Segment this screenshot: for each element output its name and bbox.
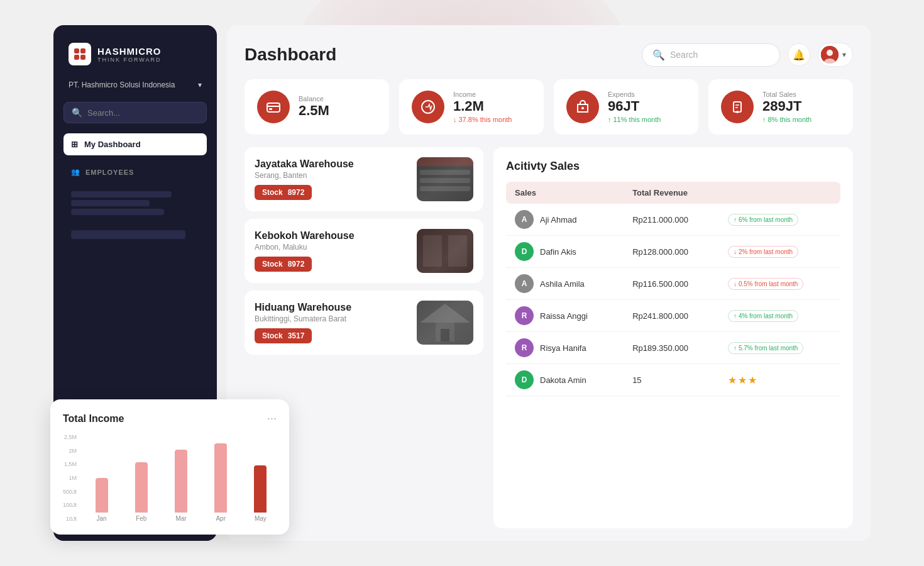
svg-rect-7: [267, 103, 280, 112]
balance-value: 2.5M: [299, 103, 329, 119]
activity-title: Acitivty Sales: [506, 160, 840, 173]
warehouse-name-0: Jayataka Warehouse: [255, 158, 408, 170]
stock-value-2: 3517: [288, 331, 305, 340]
svg-point-12: [736, 111, 739, 113]
warehouse-info-2: Hiduang Warehouse Bukittinggi, Sumatera …: [255, 302, 408, 343]
warehouse-card-0: Jayataka Warehouse Serang, Banten Stock …: [245, 147, 483, 211]
bar-group: Jan: [85, 478, 118, 522]
income-change: ↓ 37.8% this month: [453, 116, 512, 123]
warehouse-loc-0: Serang, Banten: [255, 171, 408, 180]
table-row: A Aji Ahmad Rp211.000.000 ↑ 6% from last…: [506, 204, 840, 236]
balance-info: Balance 2.5M: [299, 95, 329, 119]
totalsales-value: 289JT: [762, 98, 811, 114]
chevron-down-icon: ▾: [842, 50, 846, 59]
person-avatar: D: [515, 370, 534, 389]
section-label-text: EMPLOYEES: [85, 169, 134, 176]
expends-icon: [566, 91, 599, 123]
bar-group: May: [245, 465, 277, 522]
brand-tagline: THINK FORWARD: [97, 57, 162, 63]
more-options-button[interactable]: ···: [267, 412, 277, 425]
svg-rect-11: [734, 102, 741, 112]
person-name: Dakota Amin: [540, 375, 586, 385]
revenue-cell: Rp241.800.000: [624, 300, 719, 332]
main-content: Dashboard 🔍 🔔: [227, 25, 871, 541]
change-cell: ↑ 5.7% from last month: [719, 332, 840, 364]
stat-card-balance: Balance 2.5M: [245, 79, 389, 135]
warehouse-loc-2: Bukittinggi, Sumatera Barat: [255, 314, 408, 323]
arrow-up-icon-2: ↑: [762, 116, 766, 123]
warehouse-name-1: Kebokoh Warehouse: [255, 230, 408, 241]
warehouse-img-0: [417, 157, 473, 201]
activity-panel: Acitivty Sales Sales Total Revenue A Aji…: [493, 147, 853, 528]
person-name: Raissa Anggi: [540, 311, 588, 321]
person-cell: D Dakota Amin: [515, 370, 615, 389]
bar-group: Mar: [165, 450, 197, 522]
table-row: R Raissa Anggi Rp241.800.000 ↑ 4% from l…: [506, 300, 840, 332]
totalsales-change: ↑ 8% this month: [762, 116, 811, 123]
header: Dashboard 🔍 🔔: [245, 43, 853, 67]
chart-y-axis: 2,5M 2M 1,5M 1M 500Jt 100Jt 10Jt: [63, 434, 77, 522]
sidebar-search-box[interactable]: 🔍: [63, 102, 207, 123]
warehouse-card-1: Kebokoh Warehouse Ambon, Maluku Stock 89…: [245, 219, 483, 283]
svg-rect-2: [74, 55, 79, 60]
logo-icon: [69, 43, 91, 65]
person-name: Ashila Amila: [540, 279, 585, 289]
table-row: D Dakota Amin 15 ★★★: [506, 364, 840, 396]
svg-rect-15: [420, 178, 470, 183]
search-input[interactable]: [670, 50, 769, 60]
warehouse-loc-1: Ambon, Maluku: [255, 243, 408, 252]
revenue-cell: 15: [624, 364, 719, 396]
income-widget-header: Total Income ···: [63, 412, 277, 425]
warehouse-info-0: Jayataka Warehouse Serang, Banten Stock …: [255, 158, 408, 200]
stat-card-totalsales: Total Sales 289JT ↑ 8% this month: [708, 79, 853, 135]
income-widget-title: Total Income: [63, 413, 124, 425]
sidebar-search-input[interactable]: [87, 108, 199, 118]
person-cell: A Ashila Amila: [515, 274, 615, 293]
expends-label: Expends: [608, 91, 661, 98]
arrow-up-icon: ↑: [608, 116, 612, 123]
person-cell: R Raissa Anggi: [515, 306, 615, 325]
warehouse-img-2: [417, 301, 473, 345]
search-icon: 🔍: [72, 108, 82, 118]
revenue-cell: Rp211.000.000: [624, 204, 719, 236]
x-axis-label: Jan: [97, 515, 107, 522]
user-avatar-button[interactable]: ▾: [818, 43, 853, 67]
table-row: A Ashila Amila Rp116.500.000 ↓ 0.5% from…: [506, 268, 840, 300]
sidebar-item-dashboard[interactable]: ⊞ My Dashboard: [63, 133, 207, 155]
sidebar-placeholder-2: [71, 200, 150, 206]
stats-row: Balance 2.5M Income 1.2M ↓ 37.8% thi: [245, 79, 853, 135]
change-badge: ↓ 2% from last month: [728, 246, 798, 258]
person-avatar: R: [515, 338, 534, 357]
income-info: Income 1.2M ↓ 37.8% this month: [453, 91, 512, 123]
expends-value: 96JT: [608, 98, 661, 114]
company-selector[interactable]: PT. Hashmicro Solusi Indonesia ▾: [63, 78, 207, 92]
star-rating: ★★★: [728, 375, 758, 386]
stock-label-0: Stock: [262, 188, 283, 197]
sidebar-section-employees: 👥 EMPLOYEES: [63, 165, 207, 179]
change-cell: ↑ 6% from last month: [719, 204, 840, 236]
revenue-cell: Rp128.000.000: [624, 236, 719, 268]
col-sales: Sales: [506, 182, 624, 204]
stock-label-1: Stock: [262, 260, 283, 269]
totalsales-icon: [721, 91, 754, 123]
brand-name: HASHMICRO: [97, 46, 162, 57]
change-cell: ↑ 4% from last month: [719, 300, 840, 332]
change-cell: ★★★: [719, 364, 840, 396]
chart-bar: [214, 443, 227, 513]
income-widget: Total Income ··· 2,5M 2M 1,5M 1M 500Jt 1…: [50, 399, 289, 535]
stat-card-income: Income 1.2M ↓ 37.8% this month: [399, 79, 544, 135]
change-badge: ↓ 0.5% from last month: [728, 278, 803, 290]
warehouse-img-1: [417, 229, 473, 273]
x-axis-label: Mar: [175, 515, 186, 522]
company-name: PT. Hashmicro Solusi Indonesia: [69, 80, 175, 89]
change-badge: ↑ 4% from last month: [728, 310, 798, 322]
expends-info: Expends 96JT ↑ 11% this month: [608, 91, 661, 123]
col-revenue: Total Revenue: [624, 182, 719, 204]
chart-bar: [135, 462, 148, 513]
col-change: [719, 182, 840, 204]
sidebar-placeholder-4: [71, 230, 185, 239]
change-badge: ↑ 6% from last month: [728, 214, 798, 226]
search-bar[interactable]: 🔍: [642, 43, 780, 67]
balance-icon: [257, 91, 290, 123]
notification-button[interactable]: 🔔: [788, 43, 810, 66]
